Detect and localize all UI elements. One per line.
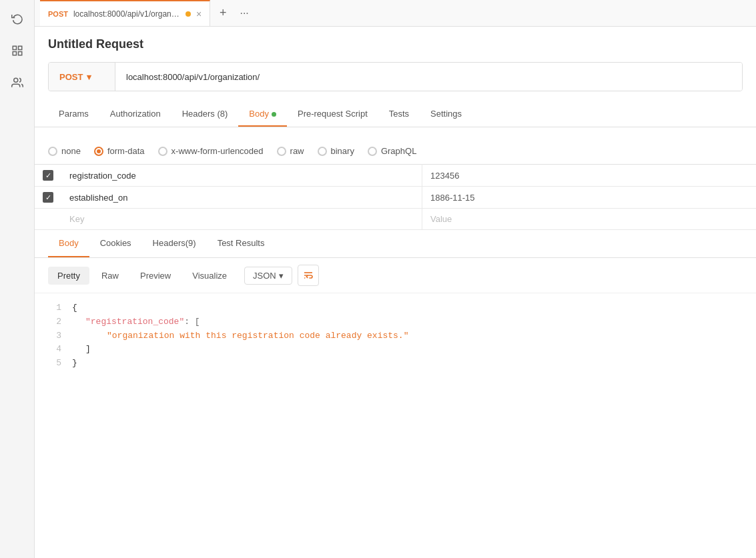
code-line-2: 2 "registration_code": [ xyxy=(48,315,743,329)
new-key-input[interactable]: Key xyxy=(61,209,422,230)
team-icon[interactable] xyxy=(7,72,28,93)
request-nav-tabs: Params Authorization Headers (8) Body Pr… xyxy=(35,102,756,127)
tab-method: POST xyxy=(48,10,68,18)
wrap-button[interactable] xyxy=(298,265,319,286)
row-1-value[interactable]: 123456 xyxy=(422,165,757,187)
url-bar: POST ▾ xyxy=(48,62,743,91)
sidebar xyxy=(0,0,35,558)
pretty-view-button[interactable]: Pretty xyxy=(48,267,89,285)
history-icon[interactable] xyxy=(7,8,28,29)
code-line-5: 5 } xyxy=(48,357,743,371)
radio-none xyxy=(48,147,57,156)
body-dot-indicator xyxy=(272,112,276,117)
row-2-checkbox[interactable]: ✓ xyxy=(43,192,53,203)
radio-form-data xyxy=(94,147,103,156)
response-toolbar: Pretty Raw Preview Visualize JSON ▾ xyxy=(35,258,756,293)
response-tab-body[interactable]: Body xyxy=(48,230,89,257)
new-value-input[interactable]: Value xyxy=(422,209,757,230)
response-nav-tabs: Body Cookies Headers(9) Test Results xyxy=(35,230,756,258)
svg-rect-0 xyxy=(13,46,16,49)
request-tab[interactable]: POST localhost:8000/api/v1/organiz... × xyxy=(40,0,210,26)
tab-bar: POST localhost:8000/api/v1/organiz... × … xyxy=(35,0,756,27)
body-option-graphql[interactable]: GraphQL xyxy=(368,146,416,156)
tab-body[interactable]: Body xyxy=(238,102,287,127)
visualize-view-button[interactable]: Visualize xyxy=(183,267,236,285)
format-dropdown[interactable]: JSON ▾ xyxy=(244,267,292,285)
radio-urlencoded xyxy=(158,147,167,156)
method-chevron-icon: ▾ xyxy=(87,72,91,82)
table-row-placeholder: Key Value xyxy=(35,209,756,230)
tab-dot xyxy=(185,11,191,17)
svg-rect-3 xyxy=(18,52,21,55)
response-section: Body Cookies Headers(9) Test Results Pre… xyxy=(35,230,756,558)
row-1-checkbox[interactable]: ✓ xyxy=(43,170,53,181)
radio-graphql xyxy=(368,147,377,156)
response-tab-cookies[interactable]: Cookies xyxy=(89,230,142,257)
request-section: Untitled Request POST ▾ Params Authoriza… xyxy=(35,27,756,138)
tab-close-button[interactable]: × xyxy=(196,9,202,19)
main-panel: POST localhost:8000/api/v1/organiz... × … xyxy=(35,0,756,558)
body-option-none[interactable]: none xyxy=(48,146,81,156)
collections-icon[interactable] xyxy=(7,40,28,61)
code-line-1: 1 { xyxy=(48,301,743,315)
code-line-4: 4 ] xyxy=(48,343,743,357)
tab-authorization[interactable]: Authorization xyxy=(99,102,171,127)
svg-rect-1 xyxy=(18,46,21,49)
body-option-form-data[interactable]: form-data xyxy=(94,146,145,156)
svg-point-4 xyxy=(13,78,17,82)
body-option-binary[interactable]: binary xyxy=(318,146,354,156)
response-code: 1 { 2 "registration_code": [ 3 "organiza… xyxy=(35,293,756,558)
code-line-3: 3 "organization with this registration c… xyxy=(48,329,743,343)
response-tab-headers[interactable]: Headers(9) xyxy=(142,230,207,257)
svg-rect-2 xyxy=(13,52,16,55)
new-tab-button[interactable]: + xyxy=(213,3,233,23)
more-tabs-button[interactable]: ··· xyxy=(234,3,254,23)
radio-binary xyxy=(318,147,327,156)
url-input[interactable] xyxy=(115,63,742,91)
format-label: JSON xyxy=(253,271,276,281)
radio-raw xyxy=(277,147,286,156)
preview-view-button[interactable]: Preview xyxy=(131,267,180,285)
row-1-key[interactable]: registration_code xyxy=(61,165,422,187)
tab-pre-request-script[interactable]: Pre-request Script xyxy=(287,102,378,127)
tab-headers[interactable]: Headers (8) xyxy=(171,102,239,127)
body-option-raw[interactable]: raw xyxy=(277,146,304,156)
body-option-urlencoded[interactable]: x-www-form-urlencoded xyxy=(158,146,264,156)
tab-params[interactable]: Params xyxy=(48,102,99,127)
method-label: POST xyxy=(59,72,83,82)
body-type-options: none form-data x-www-form-urlencoded raw… xyxy=(35,138,756,164)
row-2-key[interactable]: established_on xyxy=(61,187,422,209)
request-title: Untitled Request xyxy=(48,37,743,51)
response-tab-test-results[interactable]: Test Results xyxy=(207,230,276,257)
tab-tests[interactable]: Tests xyxy=(378,102,420,127)
tab-url: localhost:8000/api/v1/organiz... xyxy=(73,9,180,19)
form-data-table: ✓ registration_code 123456 ✓ established… xyxy=(35,164,756,230)
raw-view-button[interactable]: Raw xyxy=(92,267,128,285)
tab-settings[interactable]: Settings xyxy=(420,102,472,127)
format-chevron-icon: ▾ xyxy=(279,271,284,281)
table-row: ✓ registration_code 123456 xyxy=(35,165,756,187)
table-row: ✓ established_on 1886-11-15 xyxy=(35,187,756,209)
row-2-value[interactable]: 1886-11-15 xyxy=(422,187,757,209)
method-dropdown[interactable]: POST ▾ xyxy=(49,63,115,91)
